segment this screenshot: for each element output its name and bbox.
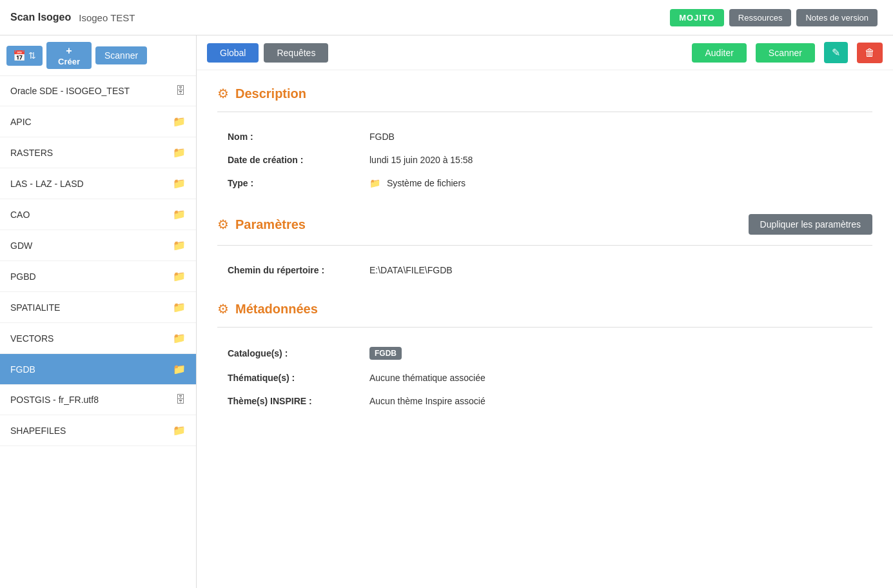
sidebar-item-label: RASTERS <box>10 148 53 158</box>
mojito-button[interactable]: MOJITO <box>670 9 724 26</box>
themes-inspire-value: Aucun thème Inspire associé <box>359 389 872 413</box>
table-row: Catalogue(s) : FGDB <box>217 340 872 366</box>
sidebar-item-postgis[interactable]: POSTGIS - fr_FR.utf8 🗄 <box>0 385 196 415</box>
sidebar-item-label: Oracle SDE - ISOGEO_TEST <box>10 86 130 96</box>
sidebar-item-label: GDW <box>10 240 32 251</box>
delete-button[interactable]: 🗑 <box>857 43 883 63</box>
folder-icon: 📁 <box>173 332 186 344</box>
metadonnees-header: ⚙ Métadonnées <box>217 301 872 317</box>
sidebar-item-apic[interactable]: APIC 📁 <box>0 106 196 137</box>
parametres-divider <box>217 245 872 246</box>
thematiques-label: Thématique(s) : <box>217 366 359 389</box>
sidebar-item-label: POSTGIS - fr_FR.utf8 <box>10 395 99 405</box>
chemin-value: E:\DATA\FILE\FGDB <box>359 259 872 282</box>
sidebar-item-label: VECTORS <box>10 333 54 344</box>
folder-icon: 📁 <box>173 301 186 313</box>
parametres-section: ⚙ Paramètres Dupliquer les paramètres Ch… <box>217 214 872 282</box>
sidebar-item-las-laz-lasd[interactable]: LAS - LAZ - LASD 📁 <box>0 168 196 199</box>
parametres-table: Chemin du répertoire : E:\DATA\FILE\FGDB <box>217 259 872 282</box>
instance-name: Isogeo TEST <box>79 12 135 23</box>
description-table: Nom : FGDB Date de création : lundi 15 j… <box>217 125 872 195</box>
calendar-filter-button[interactable]: 📅 ⇅ <box>6 46 43 66</box>
edit-icon: ✎ <box>832 47 840 58</box>
chemin-label: Chemin du répertoire : <box>217 259 359 282</box>
sidebar-item-label: PGBD <box>10 271 36 282</box>
folder-icon: 📁 <box>173 146 186 159</box>
metadonnees-gear-icon: ⚙ <box>217 301 229 317</box>
metadonnees-divider <box>217 327 872 328</box>
description-title: Description <box>235 86 306 101</box>
type-folder-icon: 📁 <box>369 178 380 188</box>
sidebar-item-fgdb[interactable]: FGDB 📁 <box>0 354 196 385</box>
type-value: 📁 Système de fichiers <box>359 172 872 195</box>
release-notes-button[interactable]: Notes de version <box>796 9 878 26</box>
sidebar-item-label: FGDB <box>10 364 35 375</box>
sidebar-item-oracle-sde[interactable]: Oracle SDE - ISOGEO_TEST 🗄 <box>0 76 196 106</box>
create-label: Créer <box>58 57 80 66</box>
table-row: Thème(s) INSPIRE : Aucun thème Inspire a… <box>217 389 872 413</box>
description-gear-icon: ⚙ <box>217 86 229 101</box>
sidebar-item-label: APIC <box>10 117 32 127</box>
database-icon: 🗄 <box>175 394 186 406</box>
sidebar-item-label: CAO <box>10 210 30 220</box>
sidebar-item-gdw[interactable]: GDW 📁 <box>0 230 196 261</box>
filter-icon: ⇅ <box>28 50 36 61</box>
parametres-header-row: ⚙ Paramètres Dupliquer les paramètres <box>217 214 872 235</box>
folder-icon: 📁 <box>173 115 186 128</box>
sidebar-item-label: SPATIALITE <box>10 302 60 313</box>
sidebar-item-cao[interactable]: CAO 📁 <box>0 199 196 230</box>
content-toolbar: Global Requêtes Auditer Scanner ✎ 🗑 <box>197 35 893 70</box>
tab-global[interactable]: Global <box>207 43 259 63</box>
fgdb-badge: FGDB <box>369 347 402 360</box>
create-button[interactable]: + Créer <box>46 42 92 69</box>
edit-button[interactable]: ✎ <box>824 42 848 63</box>
scanner-button[interactable]: Scanner <box>95 46 147 64</box>
thematiques-value: Aucune thématique associée <box>359 366 872 389</box>
themes-inspire-label: Thème(s) INSPIRE : <box>217 389 359 413</box>
detail-content: ⚙ Description Nom : FGDB Date de créatio… <box>197 70 893 588</box>
header: Scan Isogeo Isogeo TEST MOJITO Ressource… <box>0 0 893 35</box>
auditer-button[interactable]: Auditer <box>692 43 746 63</box>
sidebar-item-shapefiles[interactable]: SHAPEFILES 📁 <box>0 415 196 446</box>
catalogues-label: Catalogue(s) : <box>217 340 359 366</box>
tab-requetes[interactable]: Requêtes <box>264 43 328 63</box>
description-header: ⚙ Description <box>217 86 872 101</box>
type-label: Type : <box>217 172 359 195</box>
date-creation-value: lundi 15 juin 2020 à 15:58 <box>359 148 872 172</box>
sidebar-item-rasters[interactable]: RASTERS 📁 <box>0 137 196 168</box>
sidebar-item-spatialite[interactable]: SPATIALITE 📁 <box>0 292 196 323</box>
calendar-icon: 📅 <box>13 50 26 62</box>
parametres-gear-icon: ⚙ <box>217 217 229 232</box>
table-row: Chemin du répertoire : E:\DATA\FILE\FGDB <box>217 259 872 282</box>
folder-icon: 📁 <box>173 177 186 190</box>
sidebar-item-label: SHAPEFILES <box>10 426 66 436</box>
sidebar-item-vectors[interactable]: VECTORS 📁 <box>0 323 196 354</box>
database-icon: 🗄 <box>175 85 186 97</box>
folder-icon: 📁 <box>173 208 186 220</box>
parametres-header-left: ⚙ Paramètres <box>217 217 306 232</box>
nom-label: Nom : <box>217 125 359 148</box>
app-name: Scan Isogeo <box>10 12 71 23</box>
content-area: Global Requêtes Auditer Scanner ✎ 🗑 ⚙ De… <box>197 35 893 588</box>
metadonnees-table: Catalogue(s) : FGDB Thématique(s) : Aucu… <box>217 340 872 413</box>
description-divider <box>217 112 872 112</box>
sidebar-item-pgbd[interactable]: PGBD 📁 <box>0 261 196 292</box>
table-row: Nom : FGDB <box>217 125 872 148</box>
folder-icon: 📁 <box>173 239 186 251</box>
scanner-button[interactable]: Scanner <box>756 43 815 63</box>
nom-value: FGDB <box>359 125 872 148</box>
folder-icon: 📁 <box>173 270 186 282</box>
sidebar-toolbar: 📅 ⇅ + Créer Scanner <box>0 35 196 76</box>
description-section: ⚙ Description Nom : FGDB Date de créatio… <box>217 86 872 195</box>
parametres-title: Paramètres <box>235 217 306 232</box>
resources-button[interactable]: Ressources <box>729 9 792 26</box>
sidebar-item-label: LAS - LAZ - LASD <box>10 179 84 189</box>
date-creation-label: Date de création : <box>217 148 359 172</box>
trash-icon: 🗑 <box>865 47 875 58</box>
metadonnees-title: Métadonnées <box>235 302 318 317</box>
folder-icon: 📁 <box>173 363 186 375</box>
table-row: Type : 📁 Système de fichiers <box>217 172 872 195</box>
duplicate-params-button[interactable]: Dupliquer les paramètres <box>749 214 872 235</box>
sidebar-list: Oracle SDE - ISOGEO_TEST 🗄 APIC 📁 RASTER… <box>0 76 196 588</box>
sidebar: 📅 ⇅ + Créer Scanner Oracle SDE - ISOGEO_… <box>0 35 197 588</box>
